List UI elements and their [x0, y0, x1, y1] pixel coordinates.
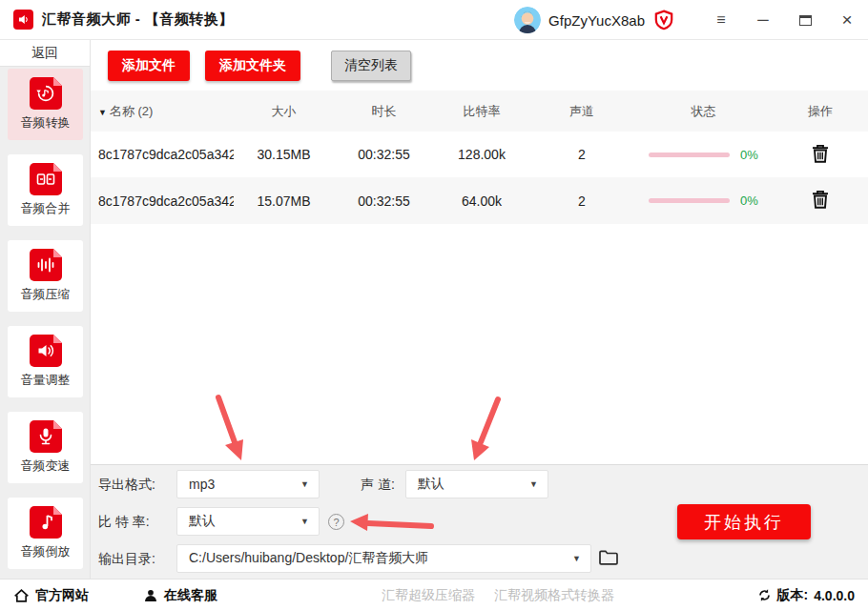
- close-button[interactable]: ×: [826, 0, 868, 40]
- trash-icon: [812, 144, 829, 163]
- bitrate-label: 比 特 率:: [98, 507, 150, 536]
- column-header-channels: 声道: [529, 103, 634, 120]
- column-header-status: 状态: [634, 103, 773, 120]
- window-title: 汇帮音频大师 - 【音频转换】: [42, 10, 234, 29]
- sidebar-item-audio-compress[interactable]: 音频压缩: [8, 240, 83, 312]
- column-header-name[interactable]: ▼名称 (2): [91, 103, 234, 120]
- home-icon: [13, 588, 30, 603]
- bitrate-value: 默认: [189, 513, 216, 530]
- sidebar-item-volume-adjust[interactable]: 音量调整: [8, 326, 83, 397]
- table-row: 8c1787c9dca2c05a342... 30.15MB 00:32:55 …: [91, 132, 868, 177]
- progress-bar: [649, 198, 730, 203]
- volume-adjust-icon: [30, 335, 62, 367]
- online-service-link[interactable]: 在线客服: [143, 580, 217, 610]
- super-compressor-link[interactable]: 汇帮超级压缩器: [382, 580, 475, 610]
- file-channels: 2: [529, 147, 634, 162]
- progress-cell: 0%: [634, 148, 773, 162]
- progress-bar: [649, 152, 730, 157]
- export-format-value: mp3: [189, 477, 215, 492]
- video-converter-link[interactable]: 汇帮视频格式转换器: [494, 580, 614, 610]
- add-file-button[interactable]: 添加文件: [108, 51, 190, 81]
- maximize-icon: [799, 15, 812, 26]
- settings-panel: 导出格式: mp3 ▼ 声 道: 默认 ▼ 比 特 率: 默认 ▼ ? 开始执行…: [91, 464, 868, 579]
- bitrate-help-icon[interactable]: ?: [328, 514, 344, 530]
- channel-select[interactable]: 默认 ▼: [405, 470, 548, 498]
- sidebar-item-label: 音量调整: [21, 372, 71, 389]
- column-header-size: 大小: [234, 103, 334, 120]
- file-duration: 00:32:55: [334, 193, 434, 209]
- audio-convert-icon: [30, 77, 62, 110]
- sidebar-item-label: 音频转换: [21, 114, 71, 132]
- title-bar: 汇帮音频大师 - 【音频转换】 GfpZyYucX8ab ≡ ─ ×: [0, 0, 868, 40]
- sidebar-item-audio-merge[interactable]: 音频合并: [8, 154, 83, 226]
- sidebar-item-label: 音频压缩: [21, 286, 71, 303]
- file-channels: 2: [529, 193, 634, 209]
- clear-list-button[interactable]: 清空列表: [331, 51, 411, 81]
- chevron-down-icon: ▼: [529, 479, 538, 489]
- chevron-down-icon: ▼: [300, 479, 309, 489]
- chevron-down-icon: ▼: [300, 517, 309, 526]
- column-header-bitrate: 比特率: [434, 103, 529, 120]
- progress-percent: 0%: [740, 193, 758, 208]
- add-folder-button[interactable]: 添加文件夹: [205, 51, 300, 81]
- user-avatar[interactable]: [514, 7, 541, 33]
- output-dir-value: C:/Users/huibang/Desktop/汇帮音频大师: [189, 550, 428, 567]
- export-format-select[interactable]: mp3 ▼: [176, 470, 320, 498]
- start-execute-button[interactable]: 开始执行: [677, 504, 811, 539]
- file-size: 30.15MB: [234, 147, 334, 162]
- sidebar-item-label: 音频合并: [21, 200, 71, 217]
- vip-badge-icon[interactable]: [652, 9, 675, 31]
- delete-file-button[interactable]: [773, 190, 868, 212]
- table-header: ▼名称 (2) 大小 时长 比特率 声道 状态 操作: [91, 91, 868, 132]
- sidebar-item-audio-reverse[interactable]: 音频倒放: [8, 498, 83, 569]
- sidebar-item-label: 音频变速: [21, 458, 71, 475]
- file-duration: 00:32:55: [334, 147, 434, 162]
- refresh-icon: [757, 588, 772, 602]
- file-size: 15.07MB: [234, 193, 334, 209]
- audio-speed-icon: [30, 420, 62, 453]
- table-row: 8c1787c9dca2c05a342... 15.07MB 00:32:55 …: [91, 177, 868, 224]
- audio-compress-icon: [30, 249, 62, 281]
- file-name: 8c1787c9dca2c05a342...: [91, 147, 234, 162]
- output-dir-label: 输出目录:: [98, 544, 155, 573]
- bitrate-select[interactable]: 默认 ▼: [176, 507, 320, 536]
- back-button[interactable]: 返回: [0, 40, 91, 67]
- username-text: GfpZyYucX8ab: [548, 12, 645, 29]
- official-website-link[interactable]: 官方网站: [13, 580, 89, 610]
- sort-caret-icon: ▼: [98, 108, 107, 117]
- delete-file-button[interactable]: [773, 144, 868, 166]
- chevron-down-icon: ▼: [572, 554, 581, 563]
- version-info: 版本: 4.0.0.0: [757, 580, 856, 610]
- menu-button[interactable]: ≡: [700, 0, 742, 40]
- sidebar-item-audio-convert[interactable]: 音频转换: [8, 69, 83, 140]
- channel-value: 默认: [418, 476, 444, 493]
- person-icon: [143, 588, 158, 603]
- column-header-operation: 操作: [773, 103, 868, 120]
- channel-label: 声 道:: [361, 470, 395, 498]
- minimize-button[interactable]: ─: [742, 0, 784, 40]
- file-bitrate: 128.00k: [434, 147, 529, 162]
- sidebar-item-audio-speed[interactable]: 音频变速: [8, 412, 83, 483]
- version-value: 4.0.0.0: [814, 588, 855, 603]
- trash-icon: [812, 190, 829, 209]
- maximize-button[interactable]: [784, 0, 826, 40]
- output-dir-select[interactable]: C:/Users/huibang/Desktop/汇帮音频大师 ▼: [176, 544, 591, 573]
- app-logo-speaker-icon: [13, 10, 33, 30]
- audio-reverse-icon: [30, 506, 62, 539]
- file-name: 8c1787c9dca2c05a342...: [91, 193, 234, 209]
- column-header-duration: 时长: [334, 103, 434, 120]
- progress-percent: 0%: [740, 148, 758, 162]
- sidebar-item-label: 音频倒放: [21, 543, 71, 560]
- status-bar: 官方网站 在线客服 汇帮超级压缩器 汇帮视频格式转换器 版本: 4.0.0.0: [0, 579, 868, 610]
- browse-folder-button[interactable]: [597, 547, 620, 570]
- file-bitrate: 64.00k: [434, 193, 529, 209]
- export-format-label: 导出格式:: [98, 470, 155, 498]
- audio-merge-icon: [30, 163, 62, 195]
- progress-cell: 0%: [634, 193, 773, 208]
- folder-icon: [598, 548, 619, 567]
- version-label: 版本:: [777, 587, 809, 604]
- toolbar: 添加文件 添加文件夹 清空列表: [92, 40, 868, 91]
